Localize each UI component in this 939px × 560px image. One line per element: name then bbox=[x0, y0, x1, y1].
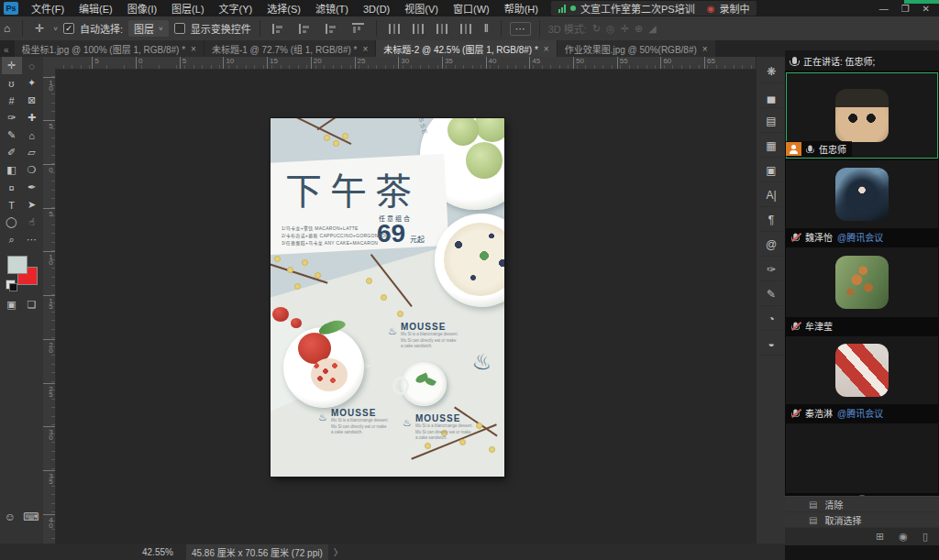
menu-item[interactable]: 视图(V) bbox=[397, 4, 446, 15]
adjustments-panel-icon[interactable]: ❋ bbox=[759, 60, 783, 83]
align-top-button[interactable] bbox=[352, 23, 364, 35]
restore-button[interactable]: ❐ bbox=[901, 4, 910, 14]
history-row[interactable]: ▤清除 bbox=[785, 497, 939, 511]
menu-item[interactable]: 文字(Y) bbox=[212, 4, 260, 15]
tab-close-icon[interactable]: × bbox=[362, 44, 368, 54]
ruler-number: 10 bbox=[43, 251, 55, 264]
eraser-tool[interactable]: ▱ bbox=[22, 144, 42, 161]
gradient-tool[interactable]: ◧ bbox=[2, 161, 22, 179]
meeting-status-pill[interactable]: 文宣工作室第二次PS培训 ◉ 录制中 bbox=[551, 1, 757, 16]
foreground-color-swatch[interactable] bbox=[7, 256, 28, 274]
document-tab[interactable]: 作业效果图.jpg @ 50%(RGB/8#)× bbox=[558, 40, 715, 57]
tab-close-icon[interactable]: × bbox=[544, 44, 549, 54]
dodge-tool[interactable]: ¤ bbox=[2, 179, 22, 196]
color-swatches[interactable] bbox=[6, 256, 39, 287]
zoom-level-field[interactable]: 42.55% bbox=[142, 547, 173, 557]
menu-item[interactable]: 帮助(H) bbox=[497, 4, 546, 15]
distribute-v-button[interactable] bbox=[413, 24, 424, 34]
align-center-h-button[interactable] bbox=[299, 24, 313, 34]
auto-select-checkbox[interactable]: ✓ bbox=[63, 23, 74, 34]
default-colors-icon[interactable] bbox=[6, 280, 16, 290]
screen-mode-button[interactable]: ❏ bbox=[22, 296, 42, 313]
participant-tile[interactable] bbox=[786, 336, 938, 404]
menu-item[interactable]: 选择(S) bbox=[260, 4, 308, 15]
menu-item[interactable]: 窗口(W) bbox=[446, 4, 497, 15]
document-tab[interactable]: 未标题-1 @ 72.7% (组 1, RGB/8#) *× bbox=[204, 40, 375, 57]
home-icon[interactable]: ⌂ bbox=[0, 22, 14, 35]
menu-item[interactable]: 3D(D) bbox=[356, 4, 397, 15]
eyedropper-tool[interactable]: ✑ bbox=[2, 109, 22, 126]
mousse-line: a cake sandwich. bbox=[331, 430, 423, 436]
ellipse-tool[interactable]: ◯ bbox=[2, 214, 22, 231]
history-brush-tool[interactable]: ✐ bbox=[2, 144, 22, 161]
account-smiley-icon[interactable]: ☺ bbox=[5, 511, 16, 523]
new-snapshot-icon[interactable]: ◉ bbox=[899, 531, 908, 543]
glyphs-panel-icon[interactable]: @ bbox=[759, 234, 783, 257]
document-tab[interactable]: 未标题-2 @ 42.5% (图层 1, RGB/8#) *× bbox=[376, 40, 556, 57]
participant-tile[interactable] bbox=[786, 160, 938, 228]
frame-tool[interactable]: ⊠ bbox=[22, 92, 42, 109]
align-left-button[interactable] bbox=[272, 24, 286, 34]
clone-source-panel-icon[interactable]: ◔ bbox=[759, 308, 783, 331]
chevron-down-icon[interactable]: ˅ bbox=[53, 25, 58, 33]
brush-settings-panel-icon[interactable]: ✑ bbox=[759, 258, 783, 281]
brushes-panel-icon[interactable]: ✎ bbox=[759, 283, 783, 306]
menu-item[interactable]: 滤镜(T) bbox=[308, 4, 356, 15]
quick-mask-button[interactable]: ▣ bbox=[2, 296, 22, 313]
paragraph-panel-icon[interactable]: ¶ bbox=[759, 209, 783, 232]
status-chevron-icon[interactable]: 〉 bbox=[334, 545, 343, 559]
character-panel-icon[interactable]: A| bbox=[759, 184, 783, 207]
blur-tool[interactable]: ❍ bbox=[22, 161, 42, 179]
pen-tool[interactable]: ✒ bbox=[22, 179, 42, 196]
participant-tile[interactable] bbox=[786, 247, 938, 317]
3d-panel-icon[interactable]: ▤ bbox=[759, 110, 783, 133]
lasso-tool[interactable]: ʊ bbox=[2, 74, 22, 92]
distribute-center-button[interactable] bbox=[460, 24, 471, 34]
new-document-from-state-icon[interactable]: ⊞ bbox=[876, 531, 884, 543]
meeting-panel-bottom bbox=[785, 545, 939, 560]
tab-close-icon[interactable]: × bbox=[191, 44, 196, 54]
edit-toolbar[interactable]: ⋯ bbox=[22, 231, 42, 248]
magic-wand-tool[interactable]: ✦ bbox=[22, 74, 42, 92]
path-select-tool[interactable]: ➤ bbox=[22, 196, 42, 214]
delete-state-icon[interactable]: ▯ bbox=[922, 531, 928, 543]
canvas-area[interactable]: 505101520253035404550556065 105051015202… bbox=[43, 57, 756, 544]
grid-panel-icon[interactable]: ▦ bbox=[759, 135, 783, 158]
hand-tool[interactable]: ☝ bbox=[22, 214, 42, 231]
type-tool[interactable]: T bbox=[2, 196, 22, 214]
menu-item[interactable]: 编辑(E) bbox=[72, 4, 120, 15]
menu-item[interactable]: 文件(F) bbox=[24, 4, 72, 15]
brush-tool[interactable]: ✎ bbox=[2, 126, 22, 144]
show-transform-checkbox[interactable] bbox=[174, 23, 185, 34]
align-right-button[interactable] bbox=[326, 24, 339, 34]
keyboard-shortcuts-icon[interactable]: ⌨ bbox=[23, 511, 39, 523]
healing-brush-tool[interactable]: ✚ bbox=[22, 109, 42, 126]
tab-close-icon[interactable]: × bbox=[702, 44, 708, 54]
clone-stamp-tool[interactable]: ⌂ bbox=[22, 126, 42, 144]
document-tab[interactable]: 极坐标1.jpg @ 100% (图层 1, RGB/8#) *× bbox=[15, 40, 204, 57]
move-tool[interactable]: ✛ bbox=[2, 57, 22, 74]
participant-tile[interactable]: 伍忠师 bbox=[786, 72, 938, 159]
more-options-button[interactable]: ⋯ bbox=[510, 22, 531, 36]
poster-document[interactable]: PÂTISSE GALETTE 下午茶 任意组合 69 元起 1/马卡龙+拿铁 … bbox=[271, 118, 504, 477]
menu-item[interactable]: 图层(L) bbox=[164, 4, 211, 15]
history-row[interactable]: ▤取消选择 bbox=[785, 512, 939, 527]
move-tool-icon[interactable]: ✛ bbox=[31, 22, 48, 35]
zoom-tool[interactable]: ⌕ bbox=[2, 231, 22, 248]
distribute-h-button[interactable] bbox=[389, 24, 400, 34]
toolbar-collapse-icon[interactable]: « bbox=[0, 45, 15, 57]
distribute-spacing-icon[interactable]: ‖ bbox=[481, 22, 492, 35]
participant-tile[interactable] bbox=[786, 423, 938, 493]
menu-item[interactable]: 图像(I) bbox=[120, 4, 164, 15]
color-panel-icon[interactable]: ◒ bbox=[759, 333, 783, 356]
minimize-button[interactable]: — bbox=[879, 4, 889, 14]
close-button[interactable]: ✕ bbox=[922, 4, 930, 14]
ruler-number: 5 bbox=[43, 120, 55, 127]
auto-select-target-dropdown[interactable]: 图层˅ bbox=[128, 20, 169, 37]
ruler-number: 10 bbox=[223, 57, 234, 69]
distribute-left-button[interactable] bbox=[436, 24, 447, 34]
properties-panel-icon[interactable]: ▣ bbox=[759, 159, 783, 182]
histogram-panel-icon[interactable]: ▄ bbox=[759, 85, 783, 108]
crop-tool[interactable]: # bbox=[2, 92, 22, 109]
marquee-tool[interactable]: ◌ bbox=[22, 57, 42, 74]
